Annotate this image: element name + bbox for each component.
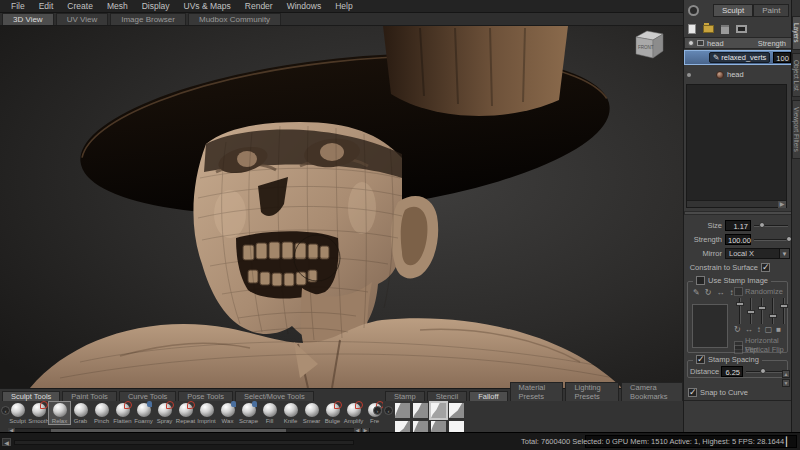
tool-button[interactable]: Wax xyxy=(217,402,238,424)
viewport-3d[interactable]: FRONT xyxy=(0,26,683,388)
new-layer-icon[interactable] xyxy=(688,24,696,34)
refresh-icon[interactable]: ↻ xyxy=(734,326,741,334)
tool-button[interactable]: Flatten xyxy=(112,402,133,424)
chevron-down-icon[interactable]: ▼ xyxy=(779,249,789,258)
distance-slider[interactable] xyxy=(746,367,786,376)
menu-item[interactable]: Edit xyxy=(32,1,61,11)
tool-button[interactable]: Foamy xyxy=(133,402,154,424)
falloff-preset[interactable] xyxy=(449,403,464,418)
menu-item[interactable]: Render xyxy=(238,1,280,11)
menu-item[interactable]: Display xyxy=(135,1,177,11)
scroll-right-icon[interactable]: ▶ xyxy=(778,201,786,208)
constrain-checkbox[interactable] xyxy=(761,263,770,272)
layer-name-field[interactable]: ✎ relaxed_verts xyxy=(709,52,770,63)
screen-icon[interactable] xyxy=(736,25,747,33)
stamp-image-checkbox[interactable] xyxy=(696,276,705,285)
stamp-slider-2[interactable] xyxy=(747,298,755,324)
preset-tray-tab[interactable]: Stencil xyxy=(427,391,468,401)
panel-menu-icon[interactable] xyxy=(688,5,699,16)
stamp-thumbnail[interactable] xyxy=(692,304,728,348)
refresh-icon[interactable]: ↻ xyxy=(705,289,712,297)
tool-button[interactable]: Relax xyxy=(49,402,70,424)
layer-row-head[interactable]: head xyxy=(684,67,792,82)
swap-horizontal-icon[interactable]: ↔ xyxy=(745,326,753,334)
tool-button[interactable]: Spray xyxy=(154,402,175,424)
tool-button[interactable]: Sculpt xyxy=(7,402,28,424)
stamp-spacing-checkbox[interactable] xyxy=(696,355,705,364)
tool-button[interactable]: Fill xyxy=(259,402,280,424)
view-tab[interactable]: Image Browser xyxy=(110,13,186,25)
mirror-dropdown[interactable]: Local X ▼ xyxy=(725,248,790,259)
layer-strength-value[interactable]: 100 xyxy=(773,52,791,63)
panel-scroll-down[interactable]: ▼ xyxy=(782,379,790,387)
preset-tray-tab[interactable]: Stamp xyxy=(385,391,425,401)
preset-tray-tab[interactable]: Material Presets xyxy=(510,382,564,401)
menu-item[interactable]: Mesh xyxy=(100,1,135,11)
brush-icon[interactable]: ✎ xyxy=(693,289,700,297)
menu-item[interactable]: UVs & Maps xyxy=(177,1,238,11)
stamp-slider-1[interactable] xyxy=(736,298,744,324)
falloff-preset[interactable] xyxy=(395,403,410,418)
preset-tray-tab[interactable]: Camera Bookmarks xyxy=(621,382,683,401)
side-tab[interactable]: Viewport Filters xyxy=(792,100,800,159)
side-tab[interactable]: Layers xyxy=(792,16,800,50)
vflip-checkbox[interactable] xyxy=(734,345,743,354)
presets-scroll-left[interactable]: ‹ xyxy=(384,406,393,415)
falloff-preset[interactable] xyxy=(431,403,446,418)
view-tab[interactable]: 3D View xyxy=(2,13,54,25)
layer-list-scrollbar[interactable]: ▶ xyxy=(687,200,786,207)
image-icon[interactable]: ▢ xyxy=(765,326,773,334)
snap-checkbox[interactable] xyxy=(688,388,697,397)
strength-field[interactable]: 100.00 xyxy=(725,234,751,245)
arrow-horizontal-icon[interactable]: ↔ xyxy=(716,289,724,297)
strength-slider[interactable] xyxy=(754,235,790,244)
folder-icon[interactable] xyxy=(703,25,714,33)
layer-list-empty-area[interactable]: ▶ xyxy=(686,84,787,208)
side-tab[interactable]: Object List xyxy=(792,53,800,98)
swap-vertical-icon[interactable]: ↕ xyxy=(757,326,761,334)
tool-button[interactable]: Pinch xyxy=(91,402,112,424)
menu-item[interactable]: Create xyxy=(60,1,100,11)
tool-button[interactable]: Knife xyxy=(280,402,301,424)
tool-tray-tab[interactable]: Sculpt Tools xyxy=(2,391,60,401)
layer-row-relaxed-verts[interactable]: ✎ relaxed_verts 100 ◀ xyxy=(684,50,792,65)
view-cube[interactable]: FRONT xyxy=(632,28,668,62)
panel-splitter[interactable] xyxy=(684,211,792,215)
tool-button[interactable]: Repeat xyxy=(175,402,196,424)
layer-mode-tab[interactable]: Sculpt xyxy=(713,4,753,17)
stamp-slider-4[interactable] xyxy=(769,298,777,324)
menu-item[interactable]: Help xyxy=(328,1,359,11)
arrow-vertical-icon[interactable]: ↕ xyxy=(729,289,733,297)
stamp-slider-5[interactable] xyxy=(780,298,788,324)
size-slider[interactable] xyxy=(754,221,790,230)
tool-button[interactable]: Imprint xyxy=(196,402,217,424)
view-tab[interactable]: UV View xyxy=(56,13,109,25)
randomize-checkbox[interactable] xyxy=(734,287,743,296)
preset-tray-tab[interactable]: Lighting Presets xyxy=(565,382,619,401)
stop-icon[interactable]: ■ xyxy=(776,326,781,334)
menu-item[interactable]: Windows xyxy=(280,1,328,11)
tool-button[interactable]: Amplify xyxy=(343,402,364,424)
status-scroll-left-icon[interactable]: ◀ xyxy=(2,438,11,446)
tool-button[interactable]: Grab xyxy=(70,402,91,424)
panel-scroll-up[interactable]: ▲ xyxy=(782,370,790,378)
layer-visible-icon[interactable] xyxy=(687,73,691,77)
tools-scroll-right[interactable]: › xyxy=(373,406,382,415)
delete-layer-icon[interactable] xyxy=(721,25,729,34)
visibility-icon[interactable] xyxy=(688,40,694,46)
tool-tray-tab[interactable]: Curve Tools xyxy=(119,391,176,401)
tool-button[interactable]: Scrape xyxy=(238,402,259,424)
stamp-slider-3[interactable] xyxy=(758,298,766,324)
tool-tray-tab[interactable]: Paint Tools xyxy=(62,391,117,401)
layer-mode-tab[interactable]: Paint xyxy=(753,4,789,17)
tool-tray-tab[interactable]: Pose Tools xyxy=(178,391,233,401)
tool-button[interactable]: Smear xyxy=(301,402,322,424)
tool-button[interactable]: Bulge xyxy=(322,402,343,424)
tool-tray-tab[interactable]: Select/Move Tools xyxy=(235,391,314,401)
menu-item[interactable]: File xyxy=(4,1,32,11)
falloff-preset[interactable] xyxy=(413,403,428,418)
preset-tray-tab[interactable]: Falloff xyxy=(469,391,507,401)
distance-field[interactable]: 6.25 xyxy=(721,366,743,377)
view-tab[interactable]: Mudbox Community xyxy=(188,13,281,25)
status-scrollbar[interactable] xyxy=(14,440,354,445)
